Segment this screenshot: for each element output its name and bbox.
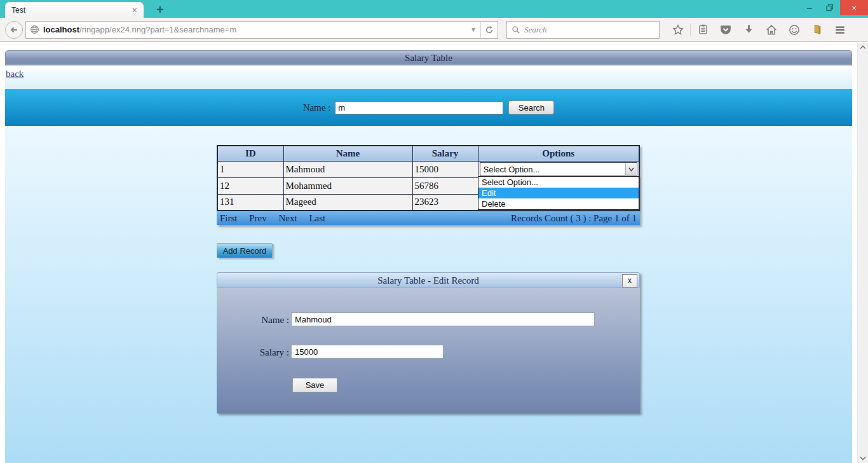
globe-icon — [30, 25, 39, 34]
cell-options: Select Option... — [478, 161, 639, 177]
browser-toolbar: localhost/ringapp/ex24.ring?part=1&searc… — [0, 18, 868, 42]
column-header-id: ID — [217, 146, 283, 161]
scroll-up-icon[interactable] — [860, 45, 866, 50]
back-strip: back — [5, 66, 852, 89]
dropdown-option-select[interactable]: Select Option... — [478, 177, 639, 188]
new-tab-button[interactable]: + — [151, 2, 169, 18]
book-icon — [812, 24, 823, 35]
back-button[interactable] — [5, 21, 23, 39]
dropdown-option-delete[interactable]: Delete — [478, 198, 639, 209]
back-arrow-icon — [9, 25, 19, 35]
pocket-icon — [720, 24, 731, 36]
cell-salary: 23623 — [412, 194, 478, 211]
hello-button[interactable] — [783, 21, 806, 39]
tab-bar: Test × + – × — [0, 0, 868, 18]
pagination-link-last[interactable]: Last — [309, 213, 325, 223]
clipboard-icon — [698, 24, 709, 35]
vertical-scrollbar[interactable] — [857, 43, 868, 463]
table-header-row: ID Name Salary Options — [217, 146, 639, 161]
add-record-button[interactable]: Add Record — [217, 243, 273, 258]
toolbar-separator — [690, 24, 691, 36]
cell-id: 12 — [217, 177, 283, 194]
dialog-title-bar: Salary Table - Edit Record x — [217, 272, 640, 288]
star-icon — [672, 24, 684, 36]
url-path: /ringapp/ex24.ring?part=1&searchname=m — [79, 25, 236, 34]
name-search-input[interactable] — [335, 101, 503, 114]
toolbar-icons — [667, 21, 851, 39]
restore-icon — [826, 4, 834, 11]
page-body: ID Name Salary Options 1 Mahmoud 15000 — [5, 126, 852, 463]
home-button[interactable] — [760, 21, 783, 39]
reading-list-button[interactable] — [691, 21, 714, 39]
table-row: 1 Mahmoud 15000 Select Option... — [217, 161, 639, 177]
chevron-down-icon[interactable] — [625, 163, 636, 175]
cell-name: Mohammed — [283, 177, 412, 194]
smiley-bubble-icon — [789, 24, 800, 36]
edit-record-dialog: Salary Table - Edit Record x Name : Sala… — [217, 272, 640, 413]
dialog-close-button[interactable]: x — [622, 274, 637, 287]
downloads-button[interactable] — [737, 21, 760, 39]
cell-id: 1 — [217, 161, 283, 177]
window-minimize-button[interactable]: – — [799, 0, 820, 15]
window-controls: – × — [799, 0, 868, 15]
search-form: Name : Search — [5, 89, 852, 126]
reload-button[interactable] — [480, 22, 498, 38]
back-link[interactable]: back — [6, 69, 24, 79]
home-icon — [766, 24, 777, 36]
records-count-status: Records Count ( 3 ) : Page 1 of 1 — [511, 213, 637, 224]
tab-close-icon[interactable]: × — [132, 6, 137, 15]
url-text: localhost/ringapp/ex24.ring?part=1&searc… — [43, 25, 466, 34]
page-title: Salary Table — [405, 53, 452, 63]
dialog-body: Name : Salary : Save — [217, 288, 640, 413]
cell-name: Mahmoud — [283, 161, 412, 177]
cell-salary: 56786 — [412, 177, 478, 194]
options-select[interactable]: Select Option... — [480, 162, 638, 176]
name-search-label: Name : — [303, 102, 331, 113]
pagination-link-prev[interactable]: Prev — [249, 213, 267, 223]
page-title-bar: Salary Table — [5, 50, 852, 66]
options-dropdown-list: Select Option... Edit Delete — [478, 176, 639, 210]
pocket-button[interactable] — [714, 21, 737, 39]
dropdown-option-edit[interactable]: Edit — [478, 188, 639, 198]
pagination-link-next[interactable]: Next — [279, 213, 297, 223]
cell-id: 131 — [217, 194, 283, 211]
cell-salary: 15000 — [412, 161, 478, 177]
download-arrow-icon — [743, 24, 754, 35]
dialog-salary-field[interactable] — [291, 345, 444, 359]
options-select-value: Select Option... — [484, 165, 540, 174]
hamburger-menu-icon — [834, 24, 846, 36]
search-icon — [512, 25, 520, 34]
search-box[interactable] — [506, 21, 660, 39]
search-button[interactable]: Search — [508, 100, 554, 114]
pagination-link-first[interactable]: First — [220, 213, 238, 223]
search-input[interactable] — [524, 25, 654, 35]
bookmarks-menu-button[interactable] — [806, 21, 829, 39]
browser-tab[interactable]: Test × — [5, 2, 144, 18]
column-header-name: Name — [283, 146, 412, 161]
dialog-salary-label: Salary : — [256, 347, 289, 358]
save-button[interactable]: Save — [292, 378, 337, 392]
url-host: localhost — [43, 25, 79, 34]
url-bar[interactable]: localhost/ringapp/ex24.ring?part=1&searc… — [25, 21, 498, 39]
window-close-button[interactable]: × — [840, 0, 868, 15]
tab-title: Test — [11, 6, 132, 15]
pagination-bar: First Prev Next Last Records Count ( 3 )… — [217, 211, 640, 225]
pagination-links: First Prev Next Last — [220, 213, 335, 224]
window-restore-button[interactable] — [820, 0, 840, 15]
url-dropdown-icon[interactable]: ▼ — [466, 26, 480, 33]
scroll-down-icon[interactable] — [860, 456, 866, 460]
dialog-name-label: Name : — [256, 315, 289, 326]
page-content: Salary Table back Name : Search ID Name … — [5, 50, 852, 463]
menu-button[interactable] — [829, 21, 851, 39]
page-viewport: Salary Table back Name : Search ID Name … — [0, 43, 868, 463]
column-header-salary: Salary — [412, 146, 478, 161]
dialog-name-field[interactable] — [291, 312, 595, 326]
cell-name: Mageed — [283, 194, 412, 211]
dialog-title: Salary Table - Edit Record — [377, 275, 478, 286]
bookmark-star-button[interactable] — [667, 21, 689, 39]
reload-icon — [485, 25, 494, 34]
column-header-options: Options — [478, 146, 639, 161]
